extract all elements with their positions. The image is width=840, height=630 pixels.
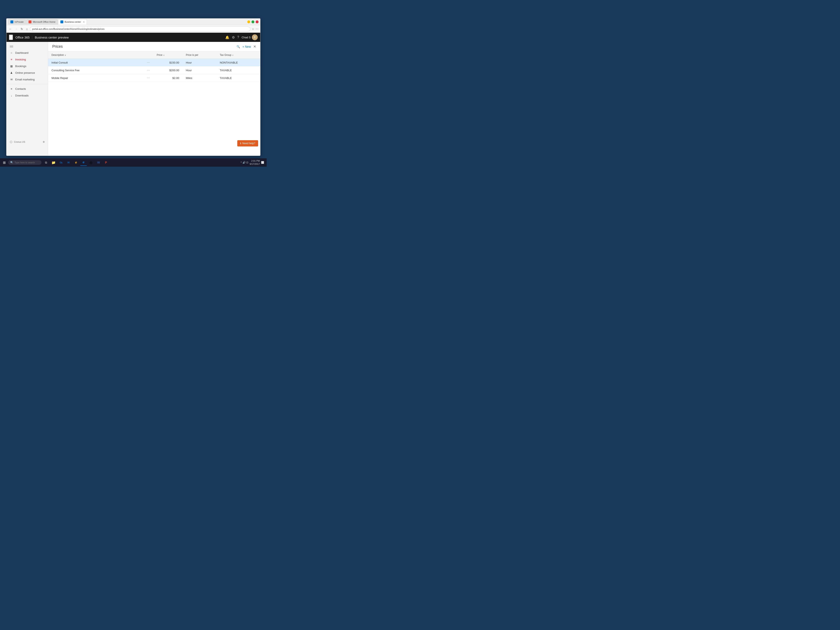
close-window-button[interactable]: ✕ [256, 21, 259, 23]
waffle-menu-button[interactable]: ⊞ [9, 35, 13, 40]
col-header-price[interactable]: Price ∨ [153, 52, 183, 59]
taskbar-app-mail[interactable]: ✉ [65, 159, 72, 166]
table-row[interactable]: Mobile Repair ⋯ $2.00 Miles TAXABLE [48, 74, 260, 82]
need-help-label: Need help? [243, 142, 255, 145]
row3-action-dots[interactable]: ⋯ [147, 76, 150, 80]
sidebar-downloads-label: Downloads [15, 94, 28, 97]
taskbar-app-explorer[interactable]: 📁 [50, 159, 57, 166]
sidebar-menu-toggle[interactable] [6, 44, 48, 49]
sidebar-item-downloads[interactable]: ↓ Downloads [6, 92, 48, 99]
taskbar-search-input[interactable] [14, 161, 39, 164]
maximize-button[interactable]: □ [251, 21, 254, 23]
taskbar-app-ppt[interactable]: P [103, 159, 109, 166]
sidebar-contacts-label: Contacts [15, 87, 26, 90]
taskbar-app-edge[interactable]: e [80, 159, 87, 166]
refresh-button[interactable]: ↻ [20, 27, 24, 31]
row2-description: Consulting Service Fee [48, 66, 144, 74]
taskbar: ⊞ 🔍 ⧉ 📁 🛍 ✉ e e ◎ W P [0, 158, 267, 167]
tab-msoffice-icon [28, 21, 32, 23]
taskbar-app-task-view[interactable]: ⧉ [43, 159, 49, 166]
sidebar-item-dashboard[interactable]: ○ Dashboard [6, 49, 48, 56]
sidebar-item-online-presence[interactable]: ♟ Online presence [6, 69, 48, 76]
show-desktop-button[interactable]: ⬜ [261, 161, 264, 164]
online-presence-icon: ♟ [10, 71, 13, 74]
user-name: Chad S [242, 36, 251, 39]
home-button[interactable]: ⌂ [25, 27, 28, 31]
taskbar-search-icon: 🔍 [10, 161, 13, 164]
forward-button[interactable]: → [14, 27, 19, 31]
row3-actions[interactable]: ⋯ [144, 74, 153, 82]
row3-price-per: Miles [183, 74, 216, 82]
taskbar-time-display: 2:01 PM [249, 159, 260, 163]
table-row[interactable]: Consulting Service Fee ⋯ $200.00 Hour TA… [48, 66, 260, 74]
search-button[interactable]: 🔍 [237, 45, 240, 48]
col-price-per-label: Price is per [186, 54, 198, 57]
hamburger-icon [10, 45, 13, 48]
plus-icon: + [243, 45, 244, 48]
ie-icon: e [75, 161, 77, 164]
sidebar-item-email-marketing[interactable]: ✉ Email marketing [6, 76, 48, 83]
row1-tax: NONTAXABLE [216, 59, 260, 66]
powerpoint-icon: P [105, 161, 107, 164]
taskbar-right: ^ 🔊 ⊡ 2:01 PM 9/17/2017 ⬜ [241, 159, 266, 166]
tab-msoffice[interactable]: Microsoft Office Home [26, 19, 58, 25]
row1-actions[interactable]: ⋯ [144, 59, 153, 66]
start-button[interactable]: ⊞ [1, 160, 8, 166]
tab-inprivate-icon [10, 21, 13, 23]
address-bar[interactable] [30, 27, 250, 32]
user-info[interactable]: Chad S C [242, 35, 258, 40]
new-button[interactable]: + New [243, 45, 251, 48]
prices-table: Description ∨ Price ∨ Price is per [48, 52, 260, 82]
favorites-icon[interactable]: ☆ [252, 27, 254, 31]
prices-panel: Prices 🔍 + New ✕ Description [48, 42, 260, 82]
help-button[interactable]: ? [237, 35, 239, 39]
minimize-button[interactable]: − [247, 21, 250, 23]
task-view-icon: ⧉ [45, 161, 47, 164]
row1-description: Initial Consult [48, 59, 144, 66]
row3-price: $2.00 [153, 74, 183, 82]
settings-gear-button[interactable]: ⚙ [232, 35, 235, 39]
notifications-button[interactable]: 🔔 [225, 35, 229, 39]
need-help-icon: ℹ [240, 142, 241, 145]
row3-description: Mobile Repair [48, 74, 144, 82]
taskbar-app-word[interactable]: W [95, 159, 102, 166]
row1-price-per: Hour [183, 59, 216, 66]
sidebar-item-invoicing[interactable]: ≡ Invoicing [6, 56, 48, 63]
search-bar[interactable]: 🔍 [8, 160, 41, 165]
sidebar-item-bookings[interactable]: ▦ Bookings [6, 63, 48, 69]
col-header-price-per: Price is per [183, 52, 216, 59]
table-row[interactable]: Initial Consult ⋯ $150.00 Hour NONTAXABL… [48, 59, 260, 66]
dashboard-icon: ○ [10, 51, 13, 54]
row2-action-dots[interactable]: ⋯ [147, 68, 150, 72]
sidebar-bookings-label: Bookings [15, 65, 26, 68]
tab-business-icon [60, 21, 63, 23]
taskbar-app-chrome[interactable]: ◎ [88, 159, 95, 166]
browser-window: InPrivate Microsoft Office Home Business… [6, 18, 261, 156]
row1-action-dots[interactable]: ⋯ [147, 61, 150, 64]
settings-icon[interactable]: ⋯ [256, 27, 259, 31]
col-header-description[interactable]: Description ∨ [48, 52, 144, 59]
close-prices-button[interactable]: ✕ [253, 44, 256, 49]
company-name: Cronus US [14, 141, 25, 143]
col-header-tax[interactable]: Tax Group ∨ [216, 52, 260, 59]
edge-icon: e [83, 160, 85, 164]
prices-table-container: Description ∨ Price ∨ Price is per [48, 52, 260, 82]
taskbar-app-store[interactable]: 🛍 [58, 159, 65, 166]
tab-business[interactable]: Business center ✕ [58, 19, 87, 25]
back-button[interactable]: ← [8, 27, 13, 31]
taskbar-app-ie[interactable]: e [73, 159, 79, 166]
prices-header: Prices 🔍 + New ✕ [48, 42, 260, 52]
sidebar-item-contacts[interactable]: ≡ Contacts [6, 85, 48, 92]
row2-tax: TAXABLE [216, 66, 260, 74]
need-help-button[interactable]: ℹ Need help? [237, 140, 258, 147]
row2-price: $200.00 [153, 66, 183, 74]
tab-inprivate[interactable]: InPrivate [8, 19, 26, 25]
row3-tax: TAXABLE [216, 74, 260, 82]
row2-price-per: Hour [183, 66, 216, 74]
taskbar-system-icons: ^ 🔊 ⊡ [241, 161, 248, 164]
table-header-row: Description ∨ Price ∨ Price is per [48, 52, 260, 59]
tab-close-icon[interactable]: ✕ [83, 21, 85, 23]
row2-actions[interactable]: ⋯ [144, 66, 153, 74]
sidebar-settings-icon[interactable]: ⚙ [43, 141, 45, 143]
taskbar-date-display: 9/17/2017 [249, 163, 260, 166]
